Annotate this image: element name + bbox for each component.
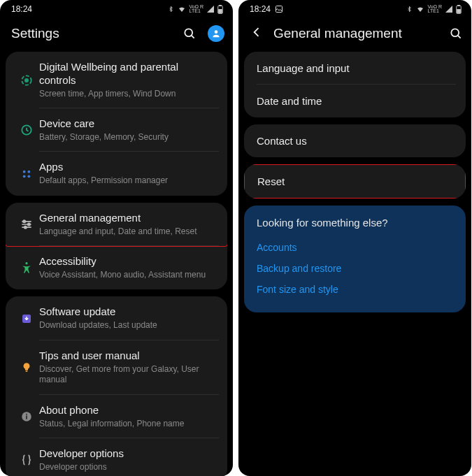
settings-group: Digital Wellbeing and parental controlsS… (6, 52, 227, 196)
wifi-icon (177, 5, 187, 13)
svg-point-8 (23, 170, 26, 173)
item-title: Device care (39, 117, 217, 131)
item-subtitle: Language and input, Date and time, Reset (39, 226, 217, 238)
device-care-icon (14, 123, 39, 137)
settings-item-general[interactable]: General managementLanguage and input, Da… (6, 203, 227, 247)
item-subtitle: Screen time, App timers, Wind Down (39, 89, 217, 100)
settings-item-device-care[interactable]: Device careBattery, Storage, Memory, Sec… (6, 108, 227, 152)
item-title: About phone (39, 404, 217, 417)
svg-point-10 (23, 175, 26, 178)
statusbar: 18:24 VoΩ RLTE1 (238, 0, 471, 18)
item-subtitle: Voice Assistant, Mono audio, Assistant m… (39, 270, 217, 281)
info-icon (14, 410, 39, 423)
person-icon (211, 29, 221, 38)
item-subtitle: Download updates, Last update (39, 320, 217, 331)
code-braces-icon (14, 453, 39, 467)
banner-link-backup-and-restore[interactable]: Backup and restore (257, 258, 453, 279)
svg-rect-19 (26, 415, 27, 419)
svg-point-15 (25, 262, 27, 264)
banner-link-font-size-and-style[interactable]: Font size and style (257, 279, 453, 300)
settings-list[interactable]: Digital Wellbeing and parental controlsS… (0, 52, 233, 476)
wellbeing-icon (14, 73, 39, 87)
statusbar: 18:24 VoΩ RLTE1 (0, 0, 233, 18)
gm-item-contact-us[interactable]: Contact us (244, 124, 466, 157)
settings-group: General managementLanguage and input, Da… (6, 203, 227, 290)
settings-item-accessibility[interactable]: AccessibilityVoice Assistant, Mono audio… (6, 246, 227, 289)
phone-right: 18:24 VoΩ RLTE1 General management Langu… (238, 0, 471, 476)
gm-group: Language and inputDate and time (244, 52, 466, 117)
page-title: General management (273, 26, 449, 41)
svg-point-9 (27, 170, 30, 173)
svg-rect-17 (26, 370, 28, 372)
gm-item-language-and-input[interactable]: Language and input (244, 52, 466, 85)
banner-link-accounts[interactable]: Accounts (257, 237, 453, 258)
signal-icon (445, 5, 453, 13)
item-subtitle: Default apps, Permission manager (39, 175, 217, 187)
svg-rect-1 (220, 5, 222, 6)
gm-item-reset[interactable]: Reset (244, 164, 466, 199)
settings-header: Settings (0, 18, 233, 52)
screenshot-icon (275, 5, 283, 13)
item-title: General management (39, 212, 217, 225)
profile-avatar[interactable] (208, 25, 224, 42)
svg-point-12 (23, 220, 25, 222)
battery-icon (217, 5, 223, 14)
gm-group: Reset (244, 164, 466, 199)
sliders-icon (14, 217, 39, 231)
chevron-left-icon (250, 25, 264, 39)
statusbar-time: 18:24 (11, 4, 32, 14)
svg-point-3 (185, 29, 192, 36)
search-icon[interactable] (449, 27, 463, 41)
settings-item-wellbeing[interactable]: Digital Wellbeing and parental controlsS… (6, 52, 227, 108)
item-title: Accessibility (39, 255, 217, 268)
bluetooth-icon (168, 5, 174, 13)
item-title: Software update (39, 305, 217, 319)
item-title: Digital Wellbeing and parental controls (39, 61, 217, 87)
gm-group: Contact us (244, 124, 466, 157)
svg-point-13 (28, 223, 30, 225)
back-button[interactable] (250, 25, 264, 42)
svg-point-6 (25, 78, 28, 81)
settings-item-tips[interactable]: Tips and user manualDiscover, Get more f… (6, 340, 227, 395)
apps-icon (14, 167, 39, 181)
statusbar-time: 18:24 (250, 4, 271, 14)
suggestion-banner: Looking for something else?AccountsBacku… (244, 205, 466, 312)
lightbulb-icon (14, 361, 39, 374)
item-title: Tips and user manual (39, 349, 217, 363)
wifi-icon (415, 5, 425, 13)
settings-item-apps[interactable]: AppsDefault apps, Permission manager (6, 152, 227, 195)
svg-point-20 (26, 414, 27, 415)
accessibility-icon (14, 261, 39, 275)
item-subtitle: Discover, Get more from your Galaxy, Use… (39, 364, 217, 386)
settings-group: Software updateDownload updates, Last up… (6, 296, 227, 476)
item-subtitle: Developer options (39, 462, 217, 473)
download-icon (14, 312, 39, 325)
svg-rect-23 (458, 5, 460, 6)
item-title: Apps (39, 161, 217, 174)
item-title: Developer options (39, 447, 217, 461)
statusbar-left: 18:24 (250, 4, 283, 14)
svg-rect-2 (219, 9, 222, 13)
banner-question: Looking for something else? (257, 217, 453, 229)
settings-item-sw-update[interactable]: Software updateDownload updates, Last up… (6, 296, 227, 340)
gm-item-date-and-time[interactable]: Date and time (244, 85, 466, 117)
search-icon[interactable] (183, 27, 196, 41)
lte-icon: VoΩ RLTE1 (428, 5, 442, 14)
phone-left: 18:24 VoΩ RLTE1 Settings Digital Wellbei… (0, 0, 233, 476)
battery-icon (456, 5, 462, 14)
svg-point-4 (215, 30, 218, 34)
gm-header: General management (238, 18, 471, 52)
page-title: Settings (11, 26, 183, 41)
lte-icon: VoΩ RLTE1 (189, 5, 203, 14)
item-subtitle: Status, Legal information, Phone name (39, 419, 217, 430)
settings-item-about[interactable]: About phoneStatus, Legal information, Ph… (6, 395, 227, 438)
status-icons: VoΩ RLTE1 (168, 5, 223, 14)
item-subtitle: Battery, Storage, Memory, Security (39, 132, 217, 143)
svg-point-25 (451, 29, 459, 36)
svg-point-14 (24, 226, 27, 228)
svg-rect-24 (457, 9, 461, 13)
gm-list[interactable]: Language and inputDate and timeContact u… (238, 52, 471, 476)
bluetooth-icon (406, 5, 413, 13)
settings-item-dev[interactable]: Developer optionsDeveloper options (6, 438, 227, 476)
svg-point-11 (27, 175, 30, 178)
